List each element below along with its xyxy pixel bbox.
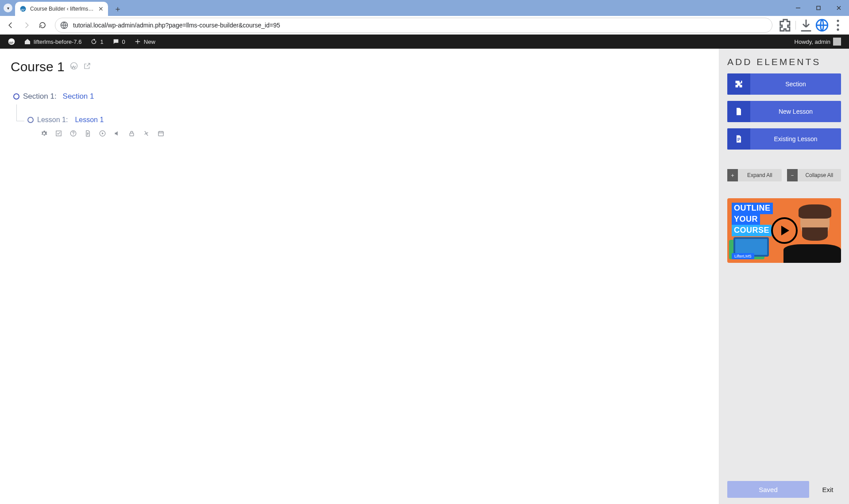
builder-main: Course 1 Section 1: Section 1 Lesson 1: … [0,49,719,504]
window-close-button[interactable] [829,0,849,16]
downloads-icon[interactable] [799,18,814,33]
home-icon [24,38,31,45]
sidebar-heading: ADD ELEMENTS [727,57,841,67]
lock-icon[interactable] [128,130,135,137]
calendar-icon[interactable] [158,130,164,137]
browser-tab-active[interactable]: Course Builder ‹ lifterlms-befor ✕ [15,2,108,16]
site-info-icon[interactable] [60,21,69,30]
svg-rect-15 [130,133,134,136]
new-tab-button[interactable]: ＋ [112,3,124,15]
saved-status: Saved [727,481,809,498]
expand-all-label: Expand All [738,172,782,178]
minus-circle-icon: － [787,169,798,181]
collapse-all-button[interactable]: － Collapse All [787,169,841,181]
chrome-menu-icon[interactable] [830,18,845,33]
wp-comments-count: 0 [122,38,125,45]
add-section-label: Section [750,81,841,88]
add-existing-lesson-button[interactable]: Existing Lesson [727,128,841,150]
browser-tab-strip: ▾ Course Builder ‹ lifterlms-befor ✕ ＋ [0,0,849,16]
extensions-icon[interactable] [778,18,793,33]
collapse-all-label: Collapse All [798,172,841,178]
svg-point-8 [837,24,839,26]
wp-updates[interactable]: 1 [86,35,108,49]
wp-logo-menu[interactable] [4,35,19,49]
lesson-prefix: Lesson 1: [37,116,68,124]
file-icon[interactable] [85,130,91,137]
svg-point-9 [837,28,839,31]
wp-new-label: New [144,38,155,45]
add-new-lesson-label: New Lesson [750,108,841,115]
lesson-marker-icon [27,117,34,123]
wp-new[interactable]: New [130,35,160,49]
section-row[interactable]: Section 1: Section 1 [13,92,708,101]
comment-icon [112,38,120,45]
wp-howdy-text: Howdy, admin [795,38,830,45]
section-name[interactable]: Section 1 [63,92,94,101]
address-bar[interactable] [55,18,772,33]
browser-toolbar [0,16,849,35]
svg-point-13 [73,135,74,135]
tutorial-video-thumb[interactable]: OUTLINE YOUR COURSE LifterLMS [727,198,841,263]
wp-site-name: lifterlms-before-7.6 [34,38,81,45]
favicon-wordpress-icon [19,5,27,12]
svg-point-7 [837,20,839,22]
wp-admin-bar: lifterlms-before-7.6 1 0 New Howdy, admi… [0,35,849,49]
toolbar-divider [795,21,796,30]
play-icon [771,217,798,244]
svg-rect-2 [817,6,820,10]
add-existing-lesson-label: Existing Lesson [750,135,841,142]
svg-rect-16 [158,131,163,136]
section-prefix: Section 1: [23,92,57,101]
refresh-icon [90,38,97,45]
address-input[interactable] [73,22,768,29]
lesson-row[interactable]: Lesson 1: Lesson 1 [27,116,708,124]
thumb-line3: COURSE [732,225,772,236]
checkmark-icon[interactable] [55,130,62,137]
file-blank-icon [727,101,750,122]
window-minimize-button[interactable] [788,0,808,16]
settings-icon[interactable] [41,130,47,137]
tab-search-dropdown[interactable]: ▾ [4,4,12,12]
page-title: Course 1 [11,59,65,74]
lesson-name[interactable]: Lesson 1 [75,116,104,124]
wp-site-link[interactable]: lifterlms-before-7.6 [19,35,86,49]
nav-back-button[interactable] [4,18,18,32]
audio-icon[interactable] [114,130,120,137]
plus-circle-icon: ＋ [727,169,738,181]
builder-sidebar: ADD ELEMENTS Section New Lesson Existing… [719,49,849,504]
file-lines-icon [727,128,750,150]
puzzle-icon [727,73,750,95]
lesson-toolbar [41,130,708,137]
tab-close-icon[interactable]: ✕ [98,5,104,12]
external-link-icon[interactable] [83,62,91,72]
page-content: Course 1 Section 1: Section 1 Lesson 1: … [0,49,849,504]
wp-updates-count: 1 [100,38,103,45]
course-tree: Section 1: Section 1 Lesson 1: Lesson 1 [11,92,708,137]
wp-howdy[interactable]: Howdy, admin [790,35,845,49]
add-new-lesson-button[interactable]: New Lesson [727,101,841,122]
window-maximize-button[interactable] [808,0,829,16]
tab-title: Course Builder ‹ lifterlms-befor [30,6,95,12]
section-marker-icon [13,93,19,100]
nav-reload-button[interactable] [35,18,50,32]
play-circle-icon[interactable] [99,130,106,137]
toolbar-right [778,18,845,33]
window-controls [788,0,849,16]
question-icon[interactable] [70,130,77,137]
plus-icon [134,38,141,45]
expand-all-button[interactable]: ＋ Expand All [727,169,782,181]
nav-forward-button[interactable] [19,18,34,32]
thumb-line1: OUTLINE [732,203,773,214]
wp-edit-icon[interactable] [70,62,78,72]
thumb-badge: LifterLMS [732,253,754,259]
avatar [833,38,841,46]
profile-globe-icon[interactable] [814,18,830,33]
thumb-line2: YOUR [732,214,760,225]
exit-button[interactable]: Exit [814,481,841,498]
prereq-icon[interactable] [143,130,150,137]
wp-comments[interactable]: 0 [108,35,130,49]
add-section-button[interactable]: Section [727,73,841,95]
